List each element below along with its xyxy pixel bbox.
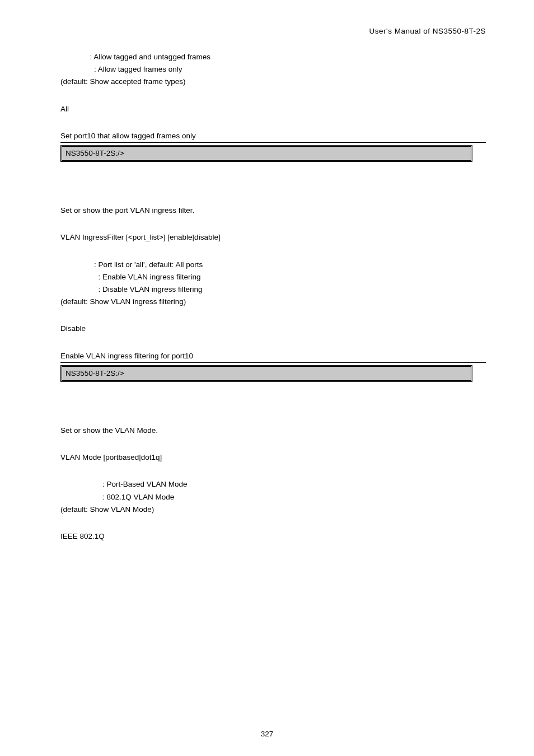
ingress-example-label: Enable VLAN ingress filtering for port10	[60, 351, 486, 363]
page-footer: 327	[0, 730, 534, 738]
ingress-default-value: Disable	[60, 324, 486, 334]
ingress-param-portlist: : Port list or 'all', default: All ports	[60, 260, 486, 270]
mode-param-portbased: : Port-Based VLAN Mode	[60, 479, 486, 489]
page-number: 327	[261, 730, 274, 738]
header-text: User's Manual of NS3550-8T-2S	[369, 27, 486, 35]
mode-param-default: (default: Show VLAN Mode)	[60, 505, 486, 515]
frametype-default-value: All	[60, 104, 486, 114]
frametype-param-all: : Allow tagged and untagged frames	[60, 52, 486, 62]
mode-default-value: IEEE 802.1Q	[60, 531, 486, 542]
frametype-prompt: NS3550-8T-2S:/>	[65, 149, 124, 157]
frametype-example-label: Set port10 that allow tagged frames only	[60, 131, 486, 143]
frametype-param-default: (default: Show accepted frame types)	[60, 77, 486, 87]
ingress-code-box: NS3550-8T-2S:/>	[60, 365, 472, 382]
ingress-param-enable: : Enable VLAN ingress filtering	[60, 272, 486, 282]
mode-syntax: VLAN Mode [portbased|dot1q]	[60, 452, 486, 463]
page-header: User's Manual of NS3550-8T-2S	[60, 27, 486, 35]
ingress-syntax: VLAN IngressFilter [<port_list>] [enable…	[60, 232, 486, 242]
ingress-param-default: (default: Show VLAN ingress filtering)	[60, 297, 486, 307]
ingress-prompt: NS3550-8T-2S:/>	[65, 369, 124, 377]
ingress-param-disable: : Disable VLAN ingress filtering	[60, 284, 486, 295]
frametype-code-box: NS3550-8T-2S:/>	[60, 145, 472, 162]
mode-description: Set or show the VLAN Mode.	[60, 426, 486, 436]
mode-param-dot1q: : 802.1Q VLAN Mode	[60, 492, 486, 502]
ingress-description: Set or show the port VLAN ingress filter…	[60, 206, 486, 216]
frametype-param-tagged: : Allow tagged frames only	[60, 64, 486, 74]
